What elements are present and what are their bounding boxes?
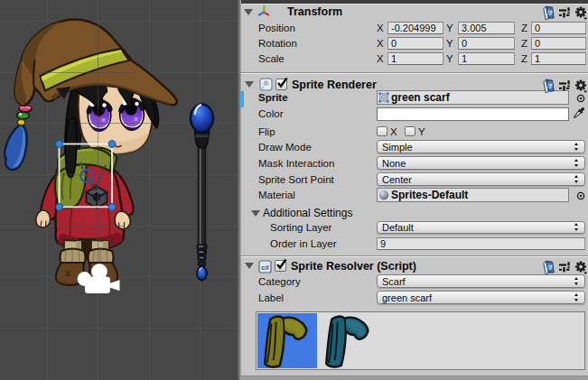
svg-text:c#: c#	[261, 264, 269, 272]
svg-text:?: ?	[548, 9, 553, 17]
